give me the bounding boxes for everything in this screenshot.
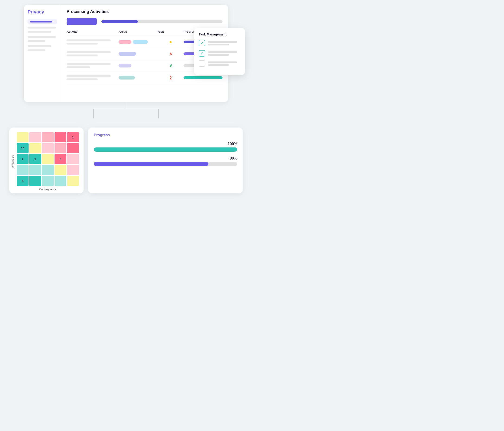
matrix-cell <box>67 165 79 175</box>
sidebar-line <box>28 49 45 51</box>
task-item: ✓ <box>199 50 240 57</box>
top-button[interactable] <box>67 18 97 25</box>
activity-cell <box>67 51 118 56</box>
sidebar-group-3 <box>28 45 57 51</box>
activity-line <box>67 63 111 65</box>
matrix-x-label: Consequence <box>17 188 79 191</box>
col-header-activity: Activity <box>67 30 118 33</box>
risk-matrix-card: Probability 1 10 <box>9 128 83 193</box>
progress-card-title: Progress <box>94 133 237 137</box>
connector-area <box>5 100 247 118</box>
progress-item-1: 100% <box>94 142 237 152</box>
matrix-cell <box>29 132 41 142</box>
areas-tags <box>118 64 158 68</box>
progress-fill <box>184 76 223 79</box>
risk-cell: ● <box>158 39 184 44</box>
app-container: Privacy Processing Activities <box>0 0 252 198</box>
sidebar-line <box>28 36 56 38</box>
matrix-cell: 5 <box>54 154 66 164</box>
matrix-cell: 1 <box>29 154 41 164</box>
task-line <box>208 41 237 43</box>
col-header-areas: Areas <box>118 30 158 33</box>
activity-cell <box>67 39 118 44</box>
risk-cell: ∧ ∧ <box>158 75 184 80</box>
progress-card: Progress 100% 80% <box>88 128 243 193</box>
risk-arrow-down-icon: ∨ <box>169 63 172 68</box>
sidebar-group-1 <box>28 27 57 33</box>
matrix-cell <box>54 176 66 186</box>
matrix-cell <box>17 165 28 175</box>
matrix-grid: 1 10 2 1 5 <box>17 132 79 186</box>
matrix-cell <box>54 132 66 142</box>
matrix-cell: 2 <box>17 154 28 164</box>
task-item: ✓ <box>199 40 240 46</box>
progress-bar <box>184 76 223 79</box>
matrix-cell <box>17 132 28 142</box>
checkmark-icon: ✓ <box>200 51 204 56</box>
progress-bar-bg-1 <box>94 148 237 152</box>
matrix-cell <box>54 165 66 175</box>
sidebar-line <box>28 27 56 28</box>
matrix-wrapper: Probability 1 10 <box>12 132 79 191</box>
areas-cell <box>118 64 158 68</box>
task-item <box>199 60 240 67</box>
tag-cyan <box>133 40 148 44</box>
task-checkbox-1[interactable]: ✓ <box>199 40 205 46</box>
tag-teal <box>118 76 135 79</box>
risk-cell: ∨ <box>158 63 184 68</box>
matrix-cell: 5 <box>17 176 28 186</box>
matrix-cell <box>54 143 66 153</box>
progress-item-2: 80% <box>94 156 237 166</box>
bottom-section: Probability 1 10 <box>5 128 247 193</box>
task-line <box>208 44 229 45</box>
activity-cell <box>67 75 118 80</box>
matrix-cell <box>29 176 41 186</box>
top-progress-bar <box>101 20 223 23</box>
areas-tags <box>118 52 158 56</box>
task-card-title: Task Management <box>199 33 240 36</box>
task-checkbox-2[interactable]: ✓ <box>199 50 205 57</box>
top-bar <box>67 18 223 25</box>
areas-cell <box>118 76 158 79</box>
risk-arrow-up-icon: ∧ <box>169 51 172 56</box>
matrix-cell <box>67 143 79 153</box>
risk-dot-icon: ● <box>169 39 172 44</box>
matrix-cell: 1 <box>67 132 79 142</box>
areas-tags <box>118 76 158 79</box>
connector-lines <box>56 100 196 118</box>
activity-line <box>67 51 111 53</box>
activity-line <box>67 43 98 44</box>
matrix-cell <box>42 165 54 175</box>
activity-line <box>67 75 111 77</box>
task-line <box>208 51 237 53</box>
tag-lavender <box>118 64 131 68</box>
matrix-cell <box>42 154 54 164</box>
matrix-cell <box>29 165 41 175</box>
sidebar-line <box>28 45 51 47</box>
matrix-cell <box>42 143 54 153</box>
task-lines <box>208 41 240 45</box>
task-management-card: Task Management ✓ ✓ <box>194 28 245 75</box>
sidebar-item-processing-activities[interactable] <box>28 19 57 24</box>
tag-purple-light <box>118 52 136 56</box>
matrix-cell <box>42 132 54 142</box>
matrix-cell <box>29 143 41 153</box>
sidebar-active-label <box>30 21 52 23</box>
risk-cell: ∧ <box>158 51 184 56</box>
matrix-cell <box>67 154 79 164</box>
page-title: Processing Activities <box>67 9 223 14</box>
activity-line <box>67 54 98 56</box>
activity-cell <box>67 63 118 68</box>
sidebar: Privacy <box>24 5 61 102</box>
matrix-y-label: Probability <box>12 155 15 168</box>
sidebar-line <box>28 31 51 33</box>
progress-pct-2: 80% <box>94 156 237 160</box>
progress-cell <box>184 76 223 79</box>
tag-pink <box>118 40 131 44</box>
progress-bar-bg-2 <box>94 162 237 166</box>
activity-line <box>67 39 111 41</box>
task-line <box>208 62 237 63</box>
sidebar-title: Privacy <box>28 9 57 15</box>
progress-pct-1: 100% <box>94 142 237 146</box>
task-checkbox-3[interactable] <box>199 60 205 67</box>
